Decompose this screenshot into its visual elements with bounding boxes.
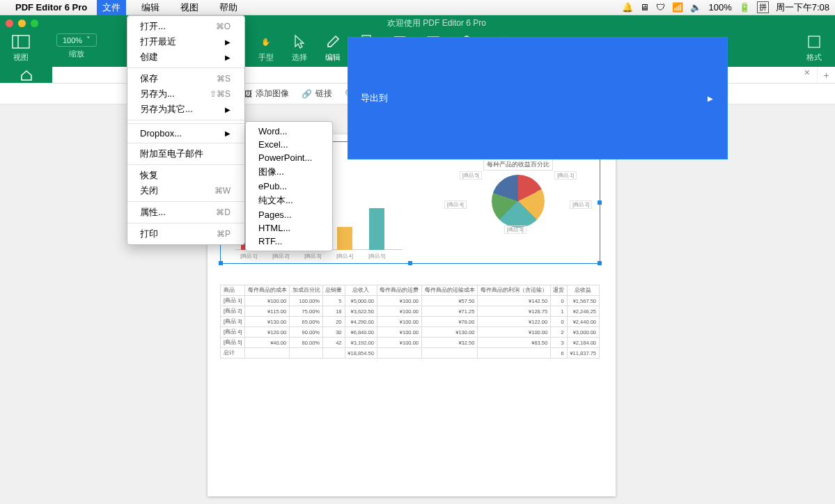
- table-footer-cell: [377, 348, 421, 359]
- table-header-cell: 每件商品的运输成本: [421, 285, 477, 296]
- table-header-row: 商品每件商品的成本加成百分比总销量总收入每件商品的运费每件商品的运输成本每件商品…: [221, 285, 600, 296]
- table-cell: ¥100.00: [377, 317, 421, 327]
- mac-menubar: PDF Editor 6 Pro 文件 编辑 视图 帮助 🔔 🖥 🛡 📶 🔈 1…: [0, 0, 835, 15]
- menu-print[interactable]: 打印⌘P: [127, 226, 244, 242]
- table-cell: 65.00%: [290, 317, 323, 327]
- window-zoom-button[interactable]: [31, 19, 38, 27]
- menu-attach-email[interactable]: 附加至电子邮件: [127, 146, 244, 162]
- menu-open-recent[interactable]: 打开最近▶: [127, 34, 244, 49]
- menu-dropbox[interactable]: Dropbox...▶: [127, 127, 244, 140]
- table-cell: ¥2,246.25: [567, 306, 599, 317]
- export-powerpoint[interactable]: PowerPoint...: [246, 151, 332, 164]
- table-cell: ¥71.25: [421, 306, 477, 317]
- export-pages-label: Pages...: [258, 210, 292, 220]
- table-cell: ¥115.00: [245, 306, 290, 317]
- ribbon-view-label: 视图: [13, 52, 29, 63]
- table-cell: 0: [551, 296, 567, 306]
- export-word[interactable]: Word...: [246, 125, 332, 138]
- table-header-cell: 每件商品的成本: [245, 285, 290, 296]
- export-epub[interactable]: ePub...: [246, 180, 332, 193]
- volume-icon[interactable]: 🔈: [690, 2, 701, 13]
- menu-edit[interactable]: 编辑: [136, 0, 165, 15]
- display-icon[interactable]: 🖥: [640, 2, 649, 13]
- menu-open[interactable]: 打开...⌘O: [127, 19, 244, 34]
- submenu-arrow-icon: ▶: [225, 129, 231, 137]
- export-powerpoint-label: PowerPoint...: [258, 152, 312, 163]
- menu-save-as[interactable]: 另存为...⇧⌘S: [127, 86, 244, 102]
- menu-properties-label: 属性...: [140, 206, 166, 219]
- export-image-label: 图像...: [258, 166, 284, 178]
- menu-export-to[interactable]: 导出到▶: [348, 37, 728, 159]
- table-cell: ¥130.00: [421, 327, 477, 338]
- zoom-value: 100%: [63, 36, 82, 45]
- menu-properties-shortcut: ⌘D: [216, 207, 231, 217]
- table-cell: ¥122.00: [478, 317, 551, 327]
- table-cell: 75.00%: [290, 306, 323, 317]
- export-pages[interactable]: Pages...: [246, 208, 332, 221]
- ribbon-edit-label: 编辑: [325, 52, 341, 63]
- chevron-down-icon: ˅: [86, 36, 91, 45]
- edit-icon: [326, 33, 340, 50]
- table-cell: ¥3,192.00: [345, 338, 377, 348]
- ribbon-hand[interactable]: ✋ 手型: [249, 33, 283, 63]
- menu-save-as-other[interactable]: 另存为其它...▶: [127, 102, 244, 117]
- resize-handle-se[interactable]: [598, 261, 602, 265]
- svg-rect-0: [13, 36, 29, 48]
- ribbon-view[interactable]: 视图: [4, 33, 38, 63]
- ribbon-format[interactable]: 格式: [797, 33, 831, 63]
- menu-file[interactable]: 文件: [97, 0, 126, 15]
- window-close-button[interactable]: [6, 19, 13, 27]
- window-minimize-button[interactable]: [18, 19, 26, 27]
- tb-link[interactable]: 🔗链接: [302, 88, 332, 100]
- app-name[interactable]: PDF Editor 6 Pro: [15, 2, 87, 13]
- ime-indicator[interactable]: 拼: [757, 1, 769, 13]
- menu-open-label: 打开...: [140, 20, 166, 33]
- menu-dropbox-label: Dropbox...: [140, 128, 182, 139]
- menu-properties[interactable]: 属性...⌘D: [127, 205, 244, 220]
- table-cell: ¥4,290.00: [345, 317, 377, 327]
- resize-handle-s[interactable]: [408, 261, 412, 265]
- menu-close[interactable]: 关闭⌘W: [127, 183, 244, 198]
- cursor-icon: [293, 33, 306, 50]
- table-cell: ¥78.00: [421, 317, 477, 327]
- menu-view[interactable]: 视图: [175, 0, 204, 15]
- table-cell: ¥3,622.50: [345, 306, 377, 317]
- ribbon-select[interactable]: 选择: [283, 33, 316, 63]
- tab-close-button[interactable]: ×: [797, 67, 817, 83]
- wifi-icon[interactable]: 📶: [672, 2, 683, 13]
- ribbon-zoom[interactable]: 100% ˅ 缩放: [50, 33, 103, 59]
- table-row: [商品 5]¥40.0080.00%42¥3,192.00¥100.00¥32.…: [221, 338, 600, 348]
- export-excel[interactable]: Excel...: [246, 138, 332, 151]
- resize-handle-e[interactable]: [598, 200, 602, 205]
- menu-revert[interactable]: 恢复: [127, 168, 244, 183]
- export-rtf[interactable]: RTF...: [246, 235, 332, 248]
- ribbon-edit[interactable]: 编辑: [316, 33, 350, 63]
- table-cell: [商品 3]: [221, 317, 245, 327]
- export-rtf-label: RTF...: [258, 236, 282, 246]
- table-cell: ¥6,840.00: [345, 327, 377, 338]
- export-text[interactable]: 纯文本...: [246, 193, 332, 208]
- zoom-select[interactable]: 100% ˅: [56, 33, 97, 47]
- window-titlebar: 欢迎使用 PDF Editor 6 Pro: [0, 15, 835, 31]
- resize-handle-sw[interactable]: [219, 261, 223, 265]
- clock[interactable]: 周一下午7:08: [776, 1, 829, 14]
- tb-add-image[interactable]: 🖼添加图像: [244, 88, 289, 100]
- menu-help[interactable]: 帮助: [214, 0, 243, 15]
- table-cell: [商品 4]: [221, 327, 245, 338]
- tab-add-button[interactable]: +: [817, 67, 835, 83]
- battery-icon[interactable]: 🔋: [739, 2, 750, 13]
- export-image[interactable]: 图像...: [246, 164, 332, 180]
- table-cell: 90.00%: [290, 327, 323, 338]
- home-tab[interactable]: [0, 67, 52, 83]
- menu-close-label: 关闭: [140, 184, 158, 197]
- export-html-label: HTML...: [258, 223, 290, 233]
- menu-save[interactable]: 保存⌘S: [127, 71, 244, 86]
- shield-icon[interactable]: 🛡: [656, 2, 665, 13]
- notification-icon[interactable]: 🔔: [622, 2, 633, 13]
- menu-open-recent-label: 打开最近: [140, 36, 176, 48]
- export-text-label: 纯文本...: [258, 194, 293, 207]
- menu-print-label: 打印: [140, 228, 158, 240]
- menu-create[interactable]: 创建▶: [127, 49, 244, 65]
- table-cell: ¥5,000.00: [345, 296, 377, 306]
- export-html[interactable]: HTML...: [246, 221, 332, 235]
